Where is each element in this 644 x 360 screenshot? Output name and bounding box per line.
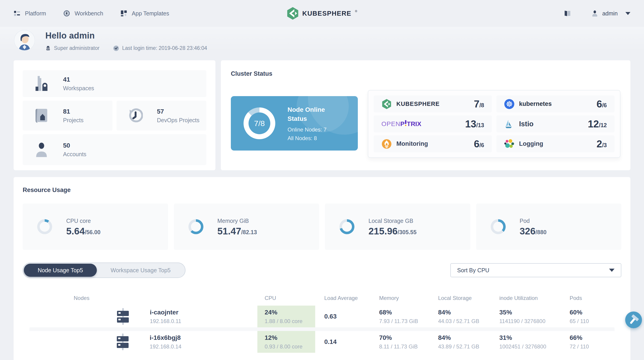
col-cpu: CPU: [257, 295, 315, 301]
user-menu[interactable]: admin: [592, 10, 630, 17]
chevron-down-icon: [626, 12, 630, 15]
sort-by-select[interactable]: Sort By CPU: [450, 263, 621, 277]
pod-label: Pod: [520, 218, 547, 224]
sort-by-value: Sort By CPU: [457, 267, 489, 274]
devops-label: DevOps Projects: [157, 117, 200, 124]
storage-used: 215.96: [368, 226, 398, 236]
devops-count: 57: [157, 108, 200, 115]
nav-item-workbench[interactable]: Workbench: [63, 10, 103, 17]
component-kubesphere: KUBESPHERE 7/8: [374, 96, 492, 112]
devops-projects-tile[interactable]: 57 DevOps Projects: [116, 101, 206, 130]
nav-item-platform[interactable]: Platform: [14, 10, 46, 17]
node-online-status-card: 7/8 Node Online Status Online Nodes: 7 A…: [231, 96, 358, 150]
role-label: Super administrator: [54, 45, 100, 51]
node-ip: 192.168.0.14: [150, 344, 182, 350]
projects-icon: [34, 108, 49, 123]
accounts-icon: [34, 142, 49, 157]
workspaces-icon: [34, 75, 49, 92]
memory-donut: [188, 219, 204, 234]
chevron-down-icon: [609, 269, 614, 272]
components-panel: KUBESPHERE 7/8 ☸ kubernetes 6/6 OPENPTRI…: [368, 90, 620, 158]
resource-stat-grid: CPU core 5.64/56.00 Memory GiB 51.47/82.…: [23, 204, 621, 250]
accounts-count: 50: [63, 142, 86, 149]
resource-usage-card: Resource Usage CPU core 5.64/56.00 Memor…: [14, 177, 630, 360]
docs-book-icon[interactable]: [564, 10, 572, 17]
last-login: Last login time: 2019-06-28 23:46:04: [113, 45, 207, 51]
storage-label: Local Storage GB: [368, 218, 416, 224]
component-label: Monitoring: [396, 140, 428, 147]
node-online-ratio: 7/8: [254, 119, 265, 128]
clock-check-icon: [113, 45, 119, 51]
memory-cell: 70% 8.11 / 11.73 GiB: [372, 331, 431, 353]
component-label: KUBESPHERE: [396, 100, 440, 108]
node-online-title: Node Online Status: [288, 105, 342, 123]
node-name: i-caojnter: [150, 309, 181, 316]
component-label: Logging: [519, 140, 543, 147]
col-local-storage: Local Storage: [431, 295, 492, 301]
col-load-average: Load Average: [315, 295, 372, 301]
tab-node-usage-top5[interactable]: Node Usage Top5: [24, 264, 97, 277]
load-average-cell: 0.14: [315, 331, 372, 353]
cpu-cell: 12% 0.93 / 8.00 core: [257, 331, 315, 353]
pods-cell: 66% 72 / 110: [562, 331, 614, 353]
table-header: Nodes CPU Load Average Memory Local Stor…: [30, 291, 614, 306]
nav-item-app-templates[interactable]: App Templates: [120, 10, 169, 17]
component-count: 12: [588, 119, 599, 129]
component-count: 6: [474, 139, 479, 149]
inode-cell: 35% 1141190 / 3276800: [492, 306, 562, 327]
nav-item-label: Platform: [25, 10, 46, 17]
local-storage-cell: 84% 44.03 / 52.71 GB: [431, 306, 492, 327]
accounts-tile[interactable]: 50 Accounts: [23, 134, 206, 165]
col-nodes: Nodes: [30, 295, 257, 301]
load-average-cell: 0.63: [315, 306, 372, 327]
last-login-label: Last login time: 2019-06-28 23:46:04: [122, 45, 207, 51]
registered-mark: ®: [355, 10, 357, 13]
nav-item-label: Workbench: [74, 10, 103, 17]
workspaces-tile[interactable]: 41 Workspaces: [23, 70, 206, 97]
gauge-icon: [63, 10, 70, 17]
user-icon: [592, 10, 598, 16]
resource-usage-title: Resource Usage: [23, 186, 621, 194]
grid-plus-icon: [120, 10, 127, 17]
storage-stat-tile: Local Storage GB 215.96/305.55: [325, 204, 470, 250]
component-logging: Logging 2/3: [496, 135, 614, 152]
usage-tabs: Node Usage Top5 Workspace Usage Top5: [23, 262, 186, 278]
table-row[interactable]: i-16x6bgj8 192.168.0.14 12% 0.93 / 8.00 …: [30, 327, 614, 353]
col-pods: Pods: [562, 295, 614, 301]
component-count: 6: [596, 99, 602, 109]
elastic-logging-icon: [504, 139, 514, 149]
kubesphere-icon: [382, 99, 392, 109]
col-memory: Memory: [372, 295, 431, 301]
table-row[interactable]: i-caojnter 192.168.0.11 24% 1.88 / 8.00 …: [30, 306, 614, 327]
pods-cell: 60% 65 / 110: [562, 306, 614, 327]
role-icon: [45, 46, 51, 51]
openpitrix-exclamation: [405, 120, 406, 126]
accounts-label: Accounts: [63, 151, 86, 158]
col-inode: inode Utilization: [492, 295, 562, 301]
component-label: kubernetes: [519, 100, 552, 108]
component-count: 7: [474, 99, 479, 109]
node-name: i-16x6bgj8: [150, 334, 182, 342]
toolbox-fab-button[interactable]: [625, 312, 642, 328]
cluster-status-card: Cluster Status 7/8 Node Online Status On…: [221, 60, 630, 170]
kubesphere-logo[interactable]: KUBESPHERE ®: [287, 7, 357, 20]
cpu-label: CPU core: [66, 218, 100, 224]
main-content: 41 Workspaces 81 Projects: [0, 60, 644, 360]
component-count: 13: [465, 119, 476, 129]
server-icon: [116, 334, 130, 350]
component-istio: Istio 12/12: [496, 116, 614, 132]
memory-used: 51.47: [218, 226, 241, 236]
component-label: Istio: [519, 120, 534, 128]
projects-tile[interactable]: 81 Projects: [23, 101, 112, 130]
server-icon: [116, 308, 130, 325]
top-nav: Platform Workbench App Templates KUBESPH…: [0, 0, 644, 27]
username: admin: [602, 10, 618, 17]
cpu-stat-tile: CPU core 5.64/56.00: [23, 204, 168, 250]
workspaces-count: 41: [63, 76, 94, 83]
memory-label: Memory GiB: [218, 218, 257, 224]
cpu-donut: [37, 219, 52, 234]
devops-history-icon: [128, 108, 143, 123]
avatar: [14, 30, 35, 51]
istio-icon: [504, 119, 514, 129]
tab-workspace-usage-top5[interactable]: Workspace Usage Top5: [97, 264, 184, 277]
